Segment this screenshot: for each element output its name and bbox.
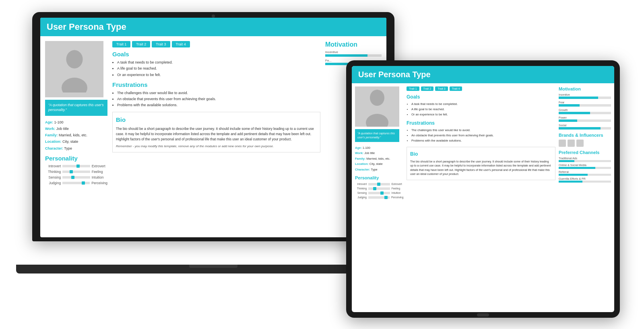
laptop-frustrations: The challenges this user would like to a…: [112, 90, 320, 109]
laptop-bio: Bio The bio should be a short paragraph …: [112, 112, 320, 152]
tablet-screen: User Persona Type "A quotation that capt…: [352, 66, 614, 312]
tablet-channel-social: Online & Social Media: [559, 164, 611, 169]
tablet-brands-icons: [559, 140, 611, 147]
tablet-motivation-power: Power: [559, 116, 611, 122]
laptop-screen: User Persona Type "A quotation that capt…: [40, 18, 386, 237]
tablet-persona-left: "A quotation that captures this user's p…: [355, 86, 403, 200]
tablet-trait-4: Trait 4: [450, 86, 462, 91]
tablet-bio: Bio The bio should be a short paragraph …: [407, 147, 555, 180]
tablet-traits: Trait 1 Trait 2 Trait 3 Trait 4: [407, 86, 555, 91]
laptop-camera: [212, 14, 215, 18]
tablet-trait-2: Trait 2: [421, 86, 434, 91]
tablet-home-button: [477, 313, 489, 317]
brand-icon-2: [568, 140, 575, 147]
tablet-personality-title: Personality: [355, 175, 403, 180]
tablet-persona-body: "A quotation that captures this user's p…: [352, 83, 614, 204]
tablet-persona-header: User Persona Type: [352, 66, 614, 83]
laptop-personality: Introvert Extrovert Thinking Feeling Sen…: [45, 164, 107, 185]
laptop-frustrations-title: Frustrations: [112, 81, 320, 88]
laptop-persona-middle: Trait 1 Trait 2 Trait 3 Trait 4 Goals A …: [112, 41, 320, 187]
laptop-avatar: [45, 41, 103, 97]
tablet-frustrations: The challenges this user would like to a…: [407, 128, 555, 143]
laptop-info: Age: 1-100 Work: Job title Family: Marri…: [45, 119, 107, 152]
laptop-persona-left: "A quotation that captures this user's p…: [45, 41, 107, 187]
laptop-bio-text: The bio should be a short paragraph to d…: [116, 126, 317, 142]
brand-icon-3: [576, 140, 584, 147]
tablet-frustrations-title: Frustrations: [407, 120, 555, 126]
tablet-personality: Introvert Extrovert Thinking Feeling Sen…: [355, 183, 403, 199]
laptop-goals-title: Goals: [112, 51, 320, 58]
laptop-persona-body: "A quotation that captures this user's p…: [40, 36, 386, 191]
tablet-body: User Persona Type "A quotation that capt…: [346, 60, 620, 318]
laptop-device: User Persona Type "A quotation that capt…: [32, 12, 394, 273]
tablet-trait-3: Trait 3: [435, 86, 448, 91]
tablet-motivation-fear: Fear: [559, 101, 611, 107]
tablet-persona-middle: Trait 1 Trait 2 Trait 3 Trait 4 Goals A …: [407, 86, 555, 200]
laptop-traits: Trait 1 Trait 2 Trait 3 Trait 4: [112, 41, 320, 47]
tablet-channel-guerrilla: Guerrilla Efforts & PR: [559, 177, 611, 183]
svg-point-2: [370, 90, 384, 106]
tablet-goals-title: Goals: [407, 94, 555, 100]
svg-point-1: [62, 78, 87, 93]
trait-3: Trait 3: [152, 41, 170, 47]
laptop-motivation-incentive: Incentive: [325, 50, 382, 57]
laptop-body: User Persona Type "A quotation that capt…: [32, 12, 394, 241]
tablet-channel-traditional: Traditional Ads: [559, 157, 611, 162]
tablet-trait-1: Trait 1: [407, 86, 419, 91]
tablet-motivation-title: Motivation: [559, 86, 611, 91]
tablet-bio-title: Bio: [410, 150, 552, 158]
laptop-motivation-title: Motivation: [325, 41, 382, 48]
tablet-channels-title: Preferred Channels: [559, 150, 611, 155]
laptop-quote: "A quotation that captures this user's p…: [45, 100, 107, 116]
laptop-goals: A task that needs to be completed. A lif…: [112, 60, 320, 78]
laptop-bio-title: Bio: [116, 115, 317, 125]
laptop-persona-header: User Persona Type: [40, 18, 386, 36]
svg-point-3: [366, 114, 388, 127]
trait-4: Trait 4: [172, 41, 190, 47]
tablet-info: Age: 1-100 Work: Job title Family: Marri…: [355, 145, 399, 173]
tablet-motivation-incentive: Incentive: [559, 93, 611, 99]
tablet-device: User Persona Type "A quotation that capt…: [346, 60, 620, 318]
tablet-persona-template: User Persona Type "A quotation that capt…: [352, 66, 614, 204]
laptop-persona-title: User Persona Type: [47, 22, 380, 32]
tablet-goals: A task that needs to be completed. A lif…: [407, 102, 555, 117]
tablet-motivation-growth: Growth: [559, 109, 611, 114]
tablet-motivation-social: Social: [559, 124, 611, 130]
tablet-bio-text: The bio should be a short paragraph to d…: [410, 160, 552, 177]
tablet-avatar: [355, 86, 399, 127]
laptop-bio-italic: Remember - you may modify this template,…: [116, 144, 317, 149]
trait-1: Trait 1: [112, 41, 130, 47]
tablet-channel-referral: Referral: [559, 171, 611, 176]
laptop-persona-template: User Persona Type "A quotation that capt…: [40, 18, 386, 191]
svg-point-0: [66, 50, 83, 68]
trait-2: Trait 2: [132, 41, 150, 47]
brand-icon-1: [559, 140, 566, 147]
laptop-personality-title: Personality: [45, 155, 107, 162]
tablet-persona-right: Motivation Incentive Fear Growth: [559, 86, 611, 200]
tablet-persona-title: User Persona Type: [358, 70, 608, 79]
tablet-brands-title: Brands & Influencers: [559, 133, 611, 138]
tablet-quote: "A quotation that captures this user's p…: [355, 129, 399, 142]
